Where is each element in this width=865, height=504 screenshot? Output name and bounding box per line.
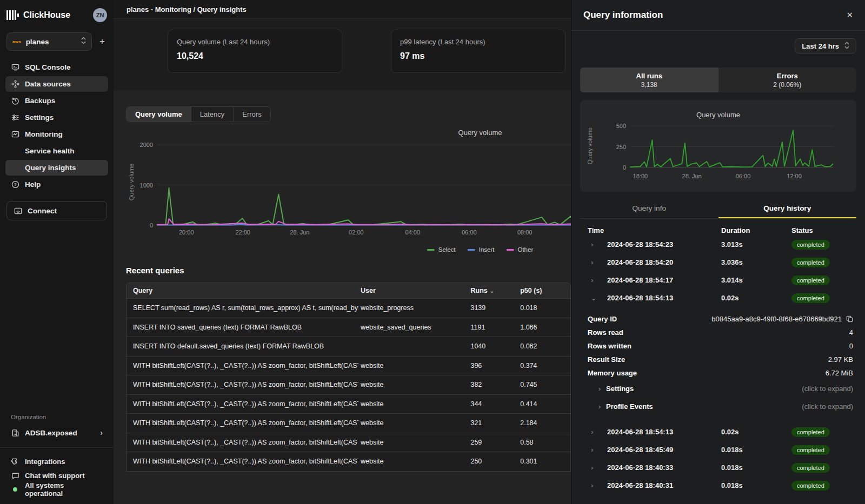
sidebar-item-backups[interactable]: Backups <box>5 93 108 109</box>
history-status: completed <box>791 463 856 473</box>
svg-text:250: 250 <box>616 144 626 150</box>
segment-value: 2 (0.06%) <box>773 81 801 89</box>
detail-value-text: (click to expand) <box>802 385 853 393</box>
sidebar-item-settings[interactable]: Settings <box>5 110 108 125</box>
time-range-select[interactable]: Last 24 hrs <box>795 38 856 53</box>
table-row[interactable]: INSERT INTO saved_queries (text) FORMAT … <box>127 318 570 337</box>
sidebar-item-help[interactable]: ? Help <box>5 177 108 192</box>
history-row[interactable]: › 2024-06-28 18:40:31 0.018s completed <box>580 476 856 494</box>
svg-text:04:00: 04:00 <box>405 229 421 236</box>
history-time: 2024-06-28 18:54:13 <box>598 428 721 436</box>
chart-canvas[interactable]: 01000200020:0022:0028. Jun02:0004:0006:0… <box>126 125 571 241</box>
table-row[interactable]: WITH bitShiftLeft(CAST(?..), _CAST(?..))… <box>127 433 570 452</box>
legend-item[interactable]: Other <box>506 246 533 253</box>
panel-title: Query information <box>583 10 663 21</box>
stat-value: 97 ms <box>400 51 556 61</box>
sidebar-item-data-sources[interactable]: Data sources <box>5 76 108 92</box>
history-status: completed <box>791 427 856 437</box>
segment-errors[interactable]: Errors 2 (0.06%) <box>718 68 857 92</box>
col-runs[interactable]: Runs⌄ <box>470 287 520 294</box>
tab-latency[interactable]: Latency <box>191 107 234 122</box>
svg-text:Query volume: Query volume <box>587 127 593 164</box>
table-row[interactable]: WITH bitShiftLeft(CAST(?..), _CAST(?..))… <box>127 375 570 394</box>
table-row[interactable]: WITH bitShiftLeft(CAST(?..), _CAST(?..))… <box>127 413 570 433</box>
table-row[interactable]: SELECT sum(read_rows) AS r, sum(total_ro… <box>127 298 570 318</box>
history-row[interactable]: › 2024-06-28 18:54:20 3.036s completed <box>580 253 856 271</box>
detail-label: Memory usage <box>588 369 637 377</box>
chevron-updown-icon <box>81 37 86 46</box>
footer-item-integrations[interactable]: Integrations <box>5 454 108 468</box>
detail-value-text: b0845aa9-a8c9-49f0-8f68-e678669bd921 <box>711 315 842 323</box>
tab-query-volume[interactable]: Query volume <box>127 107 191 122</box>
detail-rows-written: › Rows written 0 <box>580 339 856 353</box>
footer-item-all-systems-operational[interactable]: All systems operational <box>5 482 108 496</box>
cell-p50: 0.018 <box>520 304 570 312</box>
tab-errors[interactable]: Errors <box>234 107 270 122</box>
footer-item-chat-with-support[interactable]: Chat with support <box>5 468 108 482</box>
history-row[interactable]: › 2024-06-28 18:54:23 3.013s completed <box>580 236 856 253</box>
detail-value: 4 <box>849 328 853 337</box>
history-time: 2024-06-28 18:54:17 <box>598 276 721 284</box>
segment-all-runs[interactable]: All runs 3,138 <box>580 68 718 92</box>
recent-queries-table: Query User Runs⌄ p50 (s) SELECT sum(read… <box>126 283 571 472</box>
detail-value: b0845aa9-a8c9-49f0-8f68-e678669bd921 <box>711 315 853 323</box>
cell-user: website <box>358 400 471 408</box>
svg-text:0: 0 <box>150 222 153 229</box>
history-row[interactable]: › 2024-06-28 18:54:13 0.02s completed <box>580 423 856 441</box>
history-row[interactable]: › 2024-06-28 18:45:49 0.018s completed <box>580 441 856 459</box>
cell-query: WITH bitShiftLeft(CAST(?..), _CAST(?..))… <box>127 439 358 446</box>
table-row[interactable]: WITH bitShiftLeft(CAST(?..), _CAST(?..))… <box>127 452 570 471</box>
sidebar-item-service-health[interactable]: Service health <box>5 143 108 159</box>
organization-switcher[interactable]: ADSB.exposed › <box>5 425 108 441</box>
legend-swatch <box>468 249 475 251</box>
cell-query: WITH bitShiftLeft(CAST(?..), _CAST(?..))… <box>127 458 358 465</box>
cell-runs: 3139 <box>470 304 520 312</box>
app: ClickHouse ZN aws planes + SQL Console D… <box>0 0 865 504</box>
backups-icon <box>11 97 19 105</box>
col-p50[interactable]: p50 (s) <box>520 287 570 294</box>
service-selector[interactable]: aws planes <box>6 32 92 51</box>
sidebar-item-sql-console[interactable]: SQL Console <box>5 59 108 75</box>
sidebar-item-query-insights[interactable]: Query insights <box>5 160 108 176</box>
history-status: completed <box>791 275 856 285</box>
user-avatar[interactable]: ZN <box>93 8 107 22</box>
history-row[interactable]: › 2024-06-28 18:54:17 3.014s completed <box>580 271 856 289</box>
cell-runs: 259 <box>470 439 520 446</box>
table-row[interactable]: WITH bitShiftLeft(CAST(?..), _CAST(?..))… <box>127 394 570 414</box>
cell-user: website <box>358 362 471 369</box>
tab-query-history[interactable]: Query history <box>718 199 857 218</box>
history-row[interactable]: ⌄ 2024-06-28 18:54:13 0.02s completed <box>580 289 856 307</box>
cell-user: website <box>358 381 471 388</box>
sidebar-item-label: SQL Console <box>25 63 71 71</box>
detail-profile-events[interactable]: › Profile Events (click to expand) <box>580 398 856 415</box>
add-service-button[interactable]: + <box>97 36 107 47</box>
sidebar-item-label: Help <box>25 180 41 189</box>
tab-query-info[interactable]: Query info <box>580 199 718 218</box>
svg-text:2000: 2000 <box>140 142 153 148</box>
sidebar-item-label: Monitoring <box>25 130 63 138</box>
legend-item[interactable]: Select <box>427 246 456 253</box>
connect-button[interactable]: Connect <box>6 201 107 220</box>
detail-settings[interactable]: › Settings (click to expand) <box>580 380 856 398</box>
mini-chart-canvas[interactable]: 025050018:0028. Jun06:0012:00Query volum… <box>584 119 852 185</box>
copy-icon[interactable] <box>846 315 853 322</box>
history-row[interactable]: › 2024-06-28 18:40:33 0.018s completed <box>580 459 856 476</box>
detail-label: Rows read <box>588 328 623 337</box>
close-icon[interactable]: ✕ <box>846 10 853 20</box>
col-query[interactable]: Query <box>127 287 358 294</box>
table-row[interactable]: WITH bitShiftLeft(CAST(?..), _CAST(?..))… <box>127 356 570 375</box>
chevron-right-icon: › <box>591 259 598 266</box>
table-row[interactable]: INSERT INTO default.saved_queries (text)… <box>127 337 570 356</box>
cell-query: SELECT sum(read_rows) AS r, sum(total_ro… <box>127 304 358 312</box>
legend-item[interactable]: Insert <box>468 246 495 253</box>
chevron-right-icon: › <box>591 464 598 472</box>
history-time: 2024-06-28 18:54:23 <box>598 240 721 248</box>
query-information-panel: Query information ✕ Last 24 hrs All runs… <box>571 0 865 504</box>
history-status: completed <box>791 258 856 267</box>
segment-value: 3,138 <box>641 81 657 89</box>
recent-queries-title: Recent queries <box>126 266 571 275</box>
history-duration: 3.013s <box>721 240 791 248</box>
detail-rows-read: › Rows read 4 <box>580 326 856 339</box>
sidebar-item-monitoring[interactable]: Monitoring <box>5 126 108 142</box>
col-user[interactable]: User <box>358 287 471 294</box>
